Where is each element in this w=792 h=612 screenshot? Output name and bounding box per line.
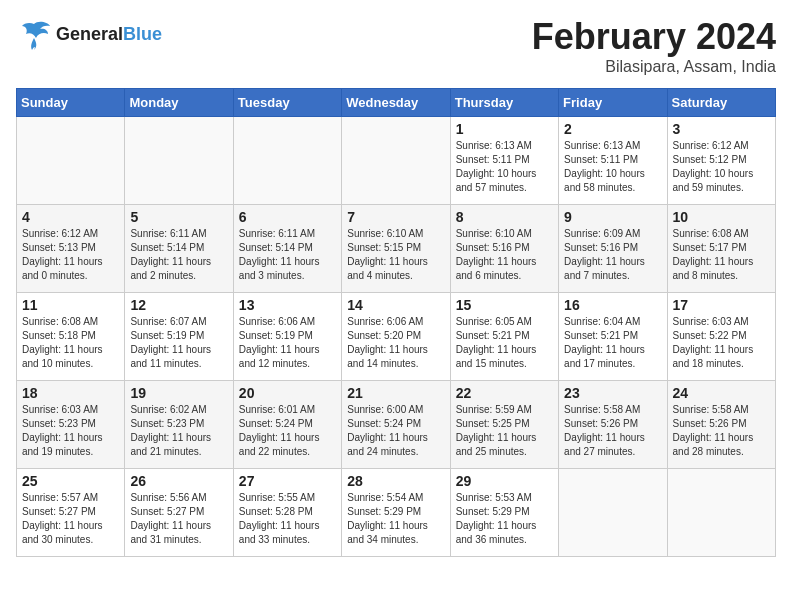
calendar-day-27: 27Sunrise: 5:55 AMSunset: 5:28 PMDayligh… (233, 469, 341, 557)
day-number: 15 (456, 297, 553, 313)
calendar-day-29: 29Sunrise: 5:53 AMSunset: 5:29 PMDayligh… (450, 469, 558, 557)
calendar-day-20: 20Sunrise: 6:01 AMSunset: 5:24 PMDayligh… (233, 381, 341, 469)
day-info: Sunrise: 6:13 AMSunset: 5:11 PMDaylight:… (456, 139, 553, 195)
day-number: 29 (456, 473, 553, 489)
day-info: Sunrise: 6:02 AMSunset: 5:23 PMDaylight:… (130, 403, 227, 459)
calendar-empty-cell (125, 117, 233, 205)
calendar-day-17: 17Sunrise: 6:03 AMSunset: 5:22 PMDayligh… (667, 293, 775, 381)
day-number: 12 (130, 297, 227, 313)
day-info: Sunrise: 6:10 AMSunset: 5:16 PMDaylight:… (456, 227, 553, 283)
calendar-day-22: 22Sunrise: 5:59 AMSunset: 5:25 PMDayligh… (450, 381, 558, 469)
calendar-day-2: 2Sunrise: 6:13 AMSunset: 5:11 PMDaylight… (559, 117, 667, 205)
weekday-header-wednesday: Wednesday (342, 89, 450, 117)
day-number: 21 (347, 385, 444, 401)
day-number: 9 (564, 209, 661, 225)
calendar-day-5: 5Sunrise: 6:11 AMSunset: 5:14 PMDaylight… (125, 205, 233, 293)
day-info: Sunrise: 5:56 AMSunset: 5:27 PMDaylight:… (130, 491, 227, 547)
day-info: Sunrise: 5:54 AMSunset: 5:29 PMDaylight:… (347, 491, 444, 547)
day-info: Sunrise: 6:05 AMSunset: 5:21 PMDaylight:… (456, 315, 553, 371)
calendar-day-6: 6Sunrise: 6:11 AMSunset: 5:14 PMDaylight… (233, 205, 341, 293)
day-number: 17 (673, 297, 770, 313)
day-info: Sunrise: 6:11 AMSunset: 5:14 PMDaylight:… (130, 227, 227, 283)
calendar-title-block: February 2024 Bilasipara, Assam, India (532, 16, 776, 76)
calendar-week-2: 4Sunrise: 6:12 AMSunset: 5:13 PMDaylight… (17, 205, 776, 293)
day-number: 2 (564, 121, 661, 137)
calendar-empty-cell (233, 117, 341, 205)
day-info: Sunrise: 6:00 AMSunset: 5:24 PMDaylight:… (347, 403, 444, 459)
day-info: Sunrise: 5:53 AMSunset: 5:29 PMDaylight:… (456, 491, 553, 547)
calendar-day-14: 14Sunrise: 6:06 AMSunset: 5:20 PMDayligh… (342, 293, 450, 381)
calendar-day-11: 11Sunrise: 6:08 AMSunset: 5:18 PMDayligh… (17, 293, 125, 381)
day-info: Sunrise: 6:11 AMSunset: 5:14 PMDaylight:… (239, 227, 336, 283)
day-info: Sunrise: 5:57 AMSunset: 5:27 PMDaylight:… (22, 491, 119, 547)
day-number: 3 (673, 121, 770, 137)
logo-text: GeneralBlue (56, 24, 162, 45)
day-number: 19 (130, 385, 227, 401)
calendar-day-12: 12Sunrise: 6:07 AMSunset: 5:19 PMDayligh… (125, 293, 233, 381)
day-number: 28 (347, 473, 444, 489)
day-number: 14 (347, 297, 444, 313)
calendar-header: SundayMondayTuesdayWednesdayThursdayFrid… (17, 89, 776, 117)
weekday-row: SundayMondayTuesdayWednesdayThursdayFrid… (17, 89, 776, 117)
calendar-day-16: 16Sunrise: 6:04 AMSunset: 5:21 PMDayligh… (559, 293, 667, 381)
day-info: Sunrise: 6:06 AMSunset: 5:20 PMDaylight:… (347, 315, 444, 371)
day-number: 1 (456, 121, 553, 137)
calendar-location: Bilasipara, Assam, India (532, 58, 776, 76)
day-number: 4 (22, 209, 119, 225)
calendar-week-4: 18Sunrise: 6:03 AMSunset: 5:23 PMDayligh… (17, 381, 776, 469)
calendar-body: 1Sunrise: 6:13 AMSunset: 5:11 PMDaylight… (17, 117, 776, 557)
calendar-day-19: 19Sunrise: 6:02 AMSunset: 5:23 PMDayligh… (125, 381, 233, 469)
weekday-header-friday: Friday (559, 89, 667, 117)
day-info: Sunrise: 6:09 AMSunset: 5:16 PMDaylight:… (564, 227, 661, 283)
logo: GeneralBlue (16, 16, 162, 52)
calendar-day-28: 28Sunrise: 5:54 AMSunset: 5:29 PMDayligh… (342, 469, 450, 557)
calendar-day-7: 7Sunrise: 6:10 AMSunset: 5:15 PMDaylight… (342, 205, 450, 293)
calendar-day-10: 10Sunrise: 6:08 AMSunset: 5:17 PMDayligh… (667, 205, 775, 293)
day-number: 7 (347, 209, 444, 225)
calendar-day-21: 21Sunrise: 6:00 AMSunset: 5:24 PMDayligh… (342, 381, 450, 469)
logo-bird-icon (16, 16, 52, 52)
day-number: 24 (673, 385, 770, 401)
weekday-header-thursday: Thursday (450, 89, 558, 117)
weekday-header-tuesday: Tuesday (233, 89, 341, 117)
calendar-day-23: 23Sunrise: 5:58 AMSunset: 5:26 PMDayligh… (559, 381, 667, 469)
day-number: 8 (456, 209, 553, 225)
day-info: Sunrise: 5:58 AMSunset: 5:26 PMDaylight:… (673, 403, 770, 459)
day-number: 18 (22, 385, 119, 401)
day-info: Sunrise: 5:59 AMSunset: 5:25 PMDaylight:… (456, 403, 553, 459)
calendar-table: SundayMondayTuesdayWednesdayThursdayFrid… (16, 88, 776, 557)
day-number: 16 (564, 297, 661, 313)
day-info: Sunrise: 6:08 AMSunset: 5:18 PMDaylight:… (22, 315, 119, 371)
day-info: Sunrise: 6:13 AMSunset: 5:11 PMDaylight:… (564, 139, 661, 195)
page-header: GeneralBlue February 2024 Bilasipara, As… (16, 16, 776, 76)
calendar-week-1: 1Sunrise: 6:13 AMSunset: 5:11 PMDaylight… (17, 117, 776, 205)
day-info: Sunrise: 6:04 AMSunset: 5:21 PMDaylight:… (564, 315, 661, 371)
day-info: Sunrise: 6:12 AMSunset: 5:12 PMDaylight:… (673, 139, 770, 195)
calendar-day-26: 26Sunrise: 5:56 AMSunset: 5:27 PMDayligh… (125, 469, 233, 557)
day-info: Sunrise: 5:58 AMSunset: 5:26 PMDaylight:… (564, 403, 661, 459)
calendar-day-1: 1Sunrise: 6:13 AMSunset: 5:11 PMDaylight… (450, 117, 558, 205)
weekday-header-saturday: Saturday (667, 89, 775, 117)
calendar-day-3: 3Sunrise: 6:12 AMSunset: 5:12 PMDaylight… (667, 117, 775, 205)
day-info: Sunrise: 6:08 AMSunset: 5:17 PMDaylight:… (673, 227, 770, 283)
day-info: Sunrise: 6:01 AMSunset: 5:24 PMDaylight:… (239, 403, 336, 459)
day-info: Sunrise: 6:03 AMSunset: 5:22 PMDaylight:… (673, 315, 770, 371)
day-info: Sunrise: 6:07 AMSunset: 5:19 PMDaylight:… (130, 315, 227, 371)
calendar-day-25: 25Sunrise: 5:57 AMSunset: 5:27 PMDayligh… (17, 469, 125, 557)
calendar-week-5: 25Sunrise: 5:57 AMSunset: 5:27 PMDayligh… (17, 469, 776, 557)
day-number: 25 (22, 473, 119, 489)
day-info: Sunrise: 6:03 AMSunset: 5:23 PMDaylight:… (22, 403, 119, 459)
weekday-header-monday: Monday (125, 89, 233, 117)
day-number: 27 (239, 473, 336, 489)
calendar-empty-cell (17, 117, 125, 205)
calendar-month-year: February 2024 (532, 16, 776, 58)
calendar-day-8: 8Sunrise: 6:10 AMSunset: 5:16 PMDaylight… (450, 205, 558, 293)
day-info: Sunrise: 5:55 AMSunset: 5:28 PMDaylight:… (239, 491, 336, 547)
calendar-empty-cell (667, 469, 775, 557)
calendar-day-24: 24Sunrise: 5:58 AMSunset: 5:26 PMDayligh… (667, 381, 775, 469)
day-number: 23 (564, 385, 661, 401)
day-info: Sunrise: 6:10 AMSunset: 5:15 PMDaylight:… (347, 227, 444, 283)
calendar-day-13: 13Sunrise: 6:06 AMSunset: 5:19 PMDayligh… (233, 293, 341, 381)
calendar-empty-cell (559, 469, 667, 557)
day-number: 13 (239, 297, 336, 313)
